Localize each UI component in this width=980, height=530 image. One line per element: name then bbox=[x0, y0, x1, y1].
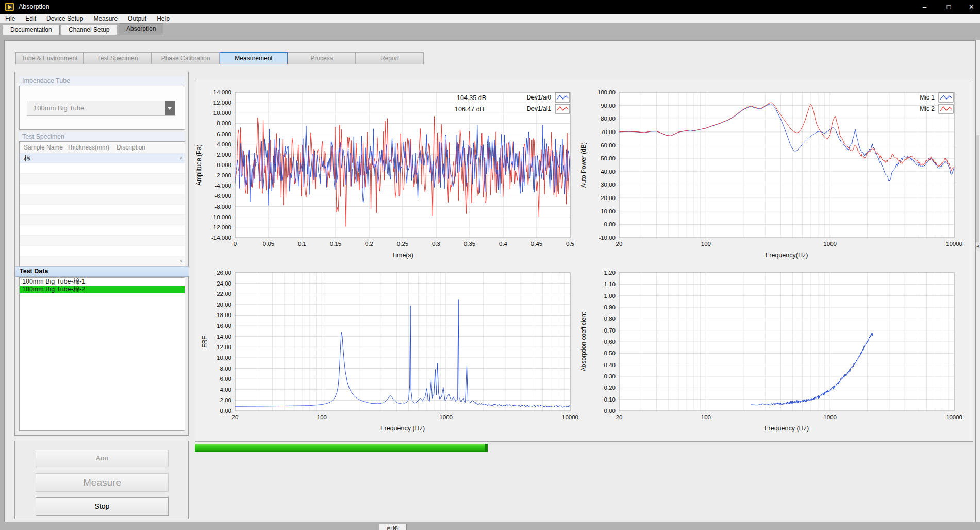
list-item[interactable]: 100mm Big Tube-棉-1 bbox=[20, 278, 185, 286]
svg-text:-12.000: -12.000 bbox=[211, 224, 231, 230]
scrollbar-thumb[interactable] bbox=[976, 135, 979, 242]
svg-text:-6.000: -6.000 bbox=[214, 193, 231, 199]
subtab-tube-environment[interactable]: Tube & Environment bbox=[15, 52, 84, 64]
svg-text:24.00: 24.00 bbox=[217, 280, 231, 287]
svg-text:20.00: 20.00 bbox=[601, 195, 616, 201]
table-row bbox=[20, 246, 185, 256]
tube-select[interactable]: 100mm Big Tube bbox=[27, 101, 175, 116]
scroll-down-icon[interactable]: ∨ bbox=[179, 258, 183, 263]
svg-text:-10.000: -10.000 bbox=[211, 214, 231, 220]
svg-text:10000: 10000 bbox=[946, 241, 962, 247]
close-button[interactable]: ✕ bbox=[960, 0, 980, 14]
svg-text:0.000: 0.000 bbox=[217, 162, 231, 168]
subtab-report[interactable]: Report bbox=[356, 52, 424, 64]
table-row bbox=[20, 184, 185, 194]
table-row bbox=[20, 163, 185, 174]
svg-text:1.10: 1.10 bbox=[604, 281, 616, 287]
table-row bbox=[20, 205, 185, 215]
minimize-button[interactable]: – bbox=[913, 0, 936, 14]
app-window: Absorption – □ ✕ File Edit Device Setup … bbox=[0, 0, 980, 530]
tab-documentation[interactable]: Documentation bbox=[3, 25, 60, 35]
svg-text:1000: 1000 bbox=[439, 414, 453, 420]
svg-text:80.00: 80.00 bbox=[601, 115, 616, 122]
maximize-button[interactable]: □ bbox=[937, 0, 960, 14]
svg-text:Auto Power (dB): Auto Power (dB) bbox=[580, 142, 587, 188]
subtab-process[interactable]: Process bbox=[288, 52, 356, 64]
svg-text:10.000: 10.000 bbox=[213, 110, 231, 116]
progress-bar bbox=[195, 444, 488, 452]
svg-text:Absorption coefficient: Absorption coefficient bbox=[580, 312, 587, 371]
svg-text:100: 100 bbox=[701, 414, 711, 420]
svg-text:22.00: 22.00 bbox=[217, 291, 231, 297]
test-specimen-label: Test Specimen bbox=[19, 132, 185, 141]
list-item-selected[interactable]: 100mm Big Tube-棉-2 bbox=[20, 286, 185, 293]
window-title: Absorption bbox=[19, 3, 49, 10]
tab-channel-setup[interactable]: Channel Setup bbox=[61, 25, 117, 35]
svg-text:20: 20 bbox=[232, 414, 239, 420]
charts-canvas: -14.000-12.000-10.000-8.000-6.000-4.000-… bbox=[195, 80, 973, 441]
svg-text:0.50: 0.50 bbox=[604, 350, 616, 356]
tube-select-value: 100mm Big Tube bbox=[34, 104, 84, 112]
svg-text:40.00: 40.00 bbox=[601, 169, 616, 175]
measure-button[interactable]: Measure bbox=[36, 473, 169, 492]
bottom-tab[interactable]: 画图 bbox=[379, 524, 407, 530]
impedance-tube-label: Impendace Tube bbox=[19, 76, 185, 86]
tab-absorption[interactable]: Absorption bbox=[119, 23, 163, 35]
svg-text:0: 0 bbox=[234, 241, 237, 247]
splitter-arrow-icon[interactable]: ◀ bbox=[976, 242, 980, 251]
menu-item-measure[interactable]: Measure bbox=[88, 14, 123, 23]
menu-item-help[interactable]: Help bbox=[152, 14, 175, 23]
svg-text:0.40: 0.40 bbox=[604, 362, 616, 368]
menu-item-file[interactable]: File bbox=[0, 14, 20, 23]
svg-text:0.30: 0.30 bbox=[604, 373, 616, 379]
subtab-phase-calibration[interactable]: Phase Calibration bbox=[152, 52, 220, 64]
svg-text:14.00: 14.00 bbox=[217, 334, 231, 340]
chevron-down-icon[interactable] bbox=[165, 101, 175, 115]
svg-text:0.20: 0.20 bbox=[604, 385, 616, 391]
specimen-table-header: Sample Name Thickness(mm) Discription bbox=[20, 142, 185, 153]
svg-text:100: 100 bbox=[317, 414, 327, 420]
svg-text:8.000: 8.000 bbox=[217, 120, 231, 126]
menu-item-device-setup[interactable]: Device Setup bbox=[41, 14, 88, 23]
tabstrip: Documentation Channel Setup Absorption bbox=[0, 23, 980, 35]
svg-text:-8.000: -8.000 bbox=[214, 204, 231, 210]
svg-text:2.00: 2.00 bbox=[220, 397, 231, 403]
svg-text:100: 100 bbox=[701, 241, 711, 247]
menu-item-edit[interactable]: Edit bbox=[20, 14, 41, 23]
svg-text:4.000: 4.000 bbox=[217, 141, 231, 147]
svg-text:0.1: 0.1 bbox=[298, 241, 306, 247]
scroll-up-icon[interactable]: ∧ bbox=[179, 155, 183, 160]
svg-text:0.35: 0.35 bbox=[464, 241, 475, 247]
titlebar: Absorption – □ ✕ bbox=[0, 0, 980, 14]
svg-text:14.000: 14.000 bbox=[213, 89, 231, 95]
stop-button[interactable]: Stop bbox=[36, 497, 169, 516]
svg-text:8.00: 8.00 bbox=[220, 366, 231, 372]
svg-text:26.00: 26.00 bbox=[217, 270, 231, 276]
table-row bbox=[20, 225, 185, 236]
table-row bbox=[20, 256, 185, 267]
test-data-label: Test Data bbox=[15, 266, 189, 277]
svg-text:Frequency (Hz): Frequency (Hz) bbox=[765, 425, 809, 432]
table-row[interactable]: 棉 bbox=[20, 153, 185, 163]
specimen-table: Sample Name Thickness(mm) Discription 棉 … bbox=[19, 141, 185, 266]
svg-text:12.000: 12.000 bbox=[213, 100, 231, 106]
svg-text:20: 20 bbox=[616, 241, 623, 247]
svg-text:Amplitude (Pa): Amplitude (Pa) bbox=[195, 144, 203, 185]
arm-button[interactable]: Arm bbox=[36, 450, 169, 467]
svg-text:Dev1/ai1: Dev1/ai1 bbox=[527, 105, 552, 112]
svg-text:0.80: 0.80 bbox=[604, 316, 616, 322]
svg-text:10000: 10000 bbox=[946, 414, 962, 420]
subtab-test-specimen[interactable]: Test Specimen bbox=[84, 52, 152, 64]
subtab-measurement[interactable]: Measurement bbox=[220, 52, 288, 64]
svg-text:1000: 1000 bbox=[823, 241, 837, 247]
svg-text:-4.000: -4.000 bbox=[214, 183, 231, 189]
svg-text:0.60: 0.60 bbox=[604, 339, 616, 345]
vertical-scrollbar[interactable] bbox=[976, 40, 980, 522]
sidebar-panel: Impendace Tube 100mm Big Tube Test Speci… bbox=[14, 72, 189, 436]
svg-text:70.00: 70.00 bbox=[601, 129, 616, 135]
table-row bbox=[20, 215, 185, 225]
svg-text:Mic 1: Mic 1 bbox=[920, 94, 935, 101]
svg-text:-2.000: -2.000 bbox=[214, 172, 231, 178]
svg-text:0.2: 0.2 bbox=[365, 241, 373, 247]
menu-item-output[interactable]: Output bbox=[123, 14, 152, 23]
